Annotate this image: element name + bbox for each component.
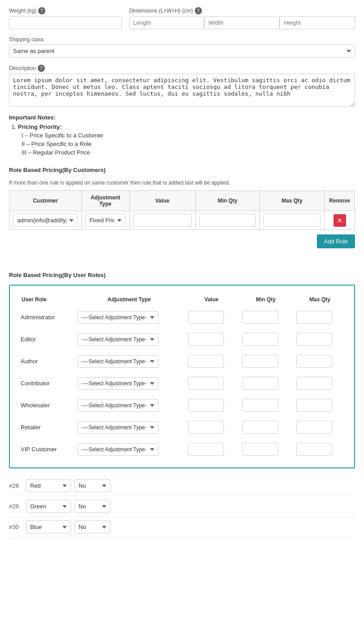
user-roles-table-wrapper: User Role Adjustment Type Value Min Qty … [9,285,355,468]
customer-min-qty-input[interactable]: 0 [199,214,256,227]
height-input[interactable] [280,16,355,29]
role-min-qty-input-5[interactable] [242,421,278,434]
role-adj-type-select-2[interactable]: ----Select Adjustment Type- [78,355,158,368]
shipping-select[interactable]: Same as parent [9,44,355,57]
roles-row: Author ----Select Adjustment Type- [17,350,347,372]
role-value-input-4[interactable] [188,399,224,412]
role-name-author: Author [17,350,74,372]
variant-num-1: #29 [9,503,22,510]
role-value-input-3[interactable] [188,377,224,390]
pricing-priority-label: Pricing Priority: [18,123,62,130]
priority-sub-3: III – Regular Product Price [22,149,355,156]
roles-row: VIP Customer ----Select Adjustment Type- [17,438,347,460]
role-adj-type-select-0[interactable]: ----Select Adjustment Type- [78,311,158,324]
variant-row-#28: #28 RedGreenBlue NoYes [9,476,355,496]
roles-row: Wholesaler ----Select Adjustment Type- [17,394,347,416]
width-input[interactable] [204,16,280,29]
col-remove: Remove [325,191,355,211]
roles-col-role: User Role [17,293,74,306]
user-roles-pricing-title: Role Based Pricing(By User Roles) [9,268,355,281]
role-min-qty-input-4[interactable] [242,399,278,412]
col-min-qty: Min Qty [195,191,259,211]
col-value: Value [129,191,195,211]
role-name-retailer: Retailer [17,416,74,438]
customer-value-input[interactable] [133,214,192,227]
role-max-qty-input-6[interactable] [296,443,332,456]
description-help-icon[interactable]: ? [38,65,45,72]
customer-adj-type-select[interactable]: Fixed Price [85,214,125,227]
role-adj-type-select-4[interactable]: ----Select Adjustment Type- [78,399,158,412]
role-value-input-5[interactable] [188,421,224,434]
add-rule-button[interactable]: Add Rule [317,234,355,248]
role-value-input-0[interactable] [188,311,224,324]
role-adj-type-select-5[interactable]: ----Select Adjustment Type- [78,421,158,434]
role-value-input-2[interactable] [188,355,224,368]
variant-color-select-1[interactable]: RedGreenBlue [26,500,71,513]
role-name-wholesaler: Wholesaler [17,394,74,416]
role-min-qty-input-3[interactable] [242,377,278,390]
roles-row: Administrator ----Select Adjustment Type… [17,306,347,328]
role-name-vip-customer: VIP Customer [17,438,74,460]
customer-select[interactable]: admin(info@addifypro.com) [13,214,78,227]
role-min-qty-input-0[interactable] [242,311,278,324]
role-value-input-6[interactable] [188,443,224,456]
description-label: Description [9,65,36,71]
user-roles-table: User Role Adjustment Type Value Min Qty … [17,293,347,460]
role-max-qty-input-3[interactable] [296,377,332,390]
role-max-qty-input-2[interactable] [296,355,332,368]
variant-num-2: #30 [9,524,22,530]
variant-color-select-0[interactable]: RedGreenBlue [26,479,71,492]
customer-pricing-row: admin(info@addifypro.com) Fixed Price 0 [9,211,355,230]
role-max-qty-input-5[interactable] [296,421,332,434]
roles-row: Retailer ----Select Adjustment Type- [17,416,347,438]
role-max-qty-input-0[interactable] [296,311,332,324]
customer-pricing-title: Role Based Pricing(By Customers) [9,163,355,176]
roles-col-max-qty: Max Qty [293,293,347,306]
priority-sub-2: II – Price Specific to a Role [22,141,355,147]
important-notes-title: Important Notes: [9,114,56,121]
customer-pricing-note: If more than one rule is applied on same… [9,180,355,186]
variant-row-#29: #29 RedGreenBlue NoYes [9,496,355,517]
weight-label: Weight (kg) [9,8,36,14]
length-input[interactable] [129,16,205,29]
customer-pricing-table: Customer Adjustment Type Value Min Qty M… [9,190,355,230]
weight-help-icon[interactable]: ? [38,7,45,14]
roles-col-value: Value [184,293,239,306]
role-max-qty-input-4[interactable] [296,399,332,412]
priority-sub-1: I – Price Specific to a Customer [22,132,355,139]
col-max-qty: Max Qty [260,191,325,211]
role-name-contributor: Contributor [17,372,74,394]
roles-row: Contributor ----Select Adjustment Type- [17,372,347,394]
variant-no-select-0[interactable]: NoYes [75,479,110,492]
variant-no-select-1[interactable]: NoYes [75,500,110,513]
role-adj-type-select-1[interactable]: ----Select Adjustment Type- [78,333,158,346]
roles-row: Editor ----Select Adjustment Type- [17,328,347,350]
role-adj-type-select-6[interactable]: ----Select Adjustment Type- [78,443,158,456]
shipping-label: Shipping class [9,36,44,43]
col-adj-type: Adjustment Type [82,191,129,211]
role-name-administrator: Administrator [17,306,74,328]
role-max-qty-input-1[interactable] [296,333,332,346]
roles-col-adj-type: Adjustment Type [74,293,184,306]
variant-num-0: #28 [9,482,22,489]
variant-no-select-2[interactable]: NoYes [75,520,110,533]
role-value-input-1[interactable] [188,333,224,346]
variant-color-select-2[interactable]: RedGreenBlue [26,520,71,533]
role-name-editor: Editor [17,328,74,350]
remove-customer-rule-button[interactable]: ✕ [333,214,346,227]
role-min-qty-input-1[interactable] [242,333,278,346]
variant-row-#30: #30 RedGreenBlue NoYes [9,517,355,538]
dimensions-help-icon[interactable]: ? [195,7,202,14]
role-min-qty-input-2[interactable] [242,355,278,368]
role-min-qty-input-6[interactable] [242,443,278,456]
roles-col-min-qty: Min Qty [239,293,293,306]
customer-max-qty-input[interactable]: 0 [263,214,320,227]
role-adj-type-select-3[interactable]: ----Select Adjustment Type- [78,377,158,390]
col-customer: Customer [9,191,82,211]
description-textarea[interactable]: Lorem ipsum dolor sit amet, consectetur … [9,74,355,107]
weight-input[interactable] [9,16,122,29]
dimensions-label: Dimensions (L×W×H) (cm) [129,8,193,14]
